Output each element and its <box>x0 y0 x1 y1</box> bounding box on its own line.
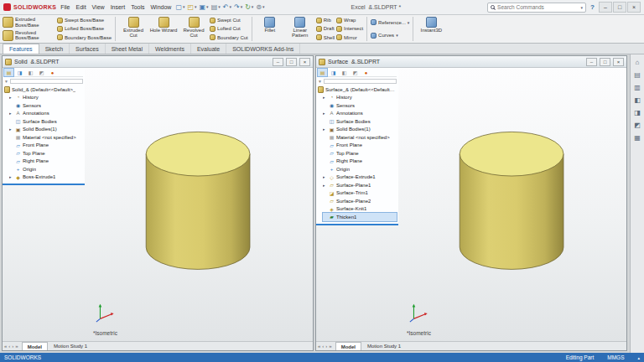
toolbar-button[interactable]: ↻ ▾ <box>245 4 253 11</box>
chevron-up-icon[interactable]: ▴ <box>637 355 640 360</box>
custom-properties-icon[interactable]: ▦ <box>634 135 641 142</box>
reference-geometry-button[interactable]: Reference...▾ <box>371 18 409 27</box>
toolbar-button[interactable]: ⊚ ▾ <box>256 4 264 11</box>
tree-item[interactable]: + Origin <box>323 165 397 173</box>
tab-evaluate[interactable]: Evaluate <box>191 44 226 54</box>
tab-scroll-last-icon[interactable]: » <box>15 344 18 349</box>
search-input[interactable] <box>497 4 578 10</box>
menu-item[interactable]: View <box>92 4 105 10</box>
expand-arrow-icon[interactable]: ▸ <box>9 174 13 179</box>
wrap-button[interactable]: Wrap <box>336 16 363 24</box>
swept-cut-button[interactable]: Swept Cut <box>210 16 248 24</box>
displaymanager-tab-icon[interactable]: ● <box>361 69 371 76</box>
scene-icon[interactable]: ◩ <box>634 122 641 129</box>
instant3d-button[interactable]: Instant3D <box>417 16 445 42</box>
hole-wizard-button[interactable]: Hole Wizard <box>149 16 178 42</box>
file-explorer-icon[interactable]: ▥ <box>634 85 641 91</box>
tree-filter[interactable]: ▼ <box>318 78 397 85</box>
graphics-area[interactable]: *Isometric ▤ ◨ ◧ ◩ ● <box>3 68 313 341</box>
tab-weldments[interactable]: Weldments <box>149 44 191 54</box>
minimize-button[interactable]: – <box>599 2 612 13</box>
curves-button[interactable]: Curves▾ <box>371 31 409 39</box>
tree-item[interactable]: ▸ ◔ History <box>9 94 83 102</box>
draft-button[interactable]: Draft <box>316 24 335 33</box>
tree-item[interactable]: ◫ Surface Bodies <box>323 117 397 126</box>
dimxpertmanager-tab-icon[interactable]: ◩ <box>37 69 46 76</box>
menu-item[interactable]: File <box>60 4 70 10</box>
tree-item[interactable]: ▦ Material <not specified> <box>323 133 397 142</box>
tree-item[interactable]: ▱ Front Plane <box>323 142 397 150</box>
cylinder-model[interactable] <box>440 111 583 292</box>
window-minimize-button[interactable]: – <box>586 58 597 66</box>
boundary-boss-button[interactable]: Boundary Boss/Base <box>57 34 112 42</box>
dimxpertmanager-tab-icon[interactable]: ◩ <box>351 69 360 76</box>
expand-arrow-icon[interactable]: ▸ <box>9 111 13 116</box>
tree-root-item[interactable]: Solid_& (Default<<Default>_ <box>4 85 83 94</box>
menu-item[interactable]: Tools <box>131 4 144 10</box>
tree-item[interactable]: ▸ ▣ Solid Bodies(1) <box>323 126 397 134</box>
tree-item[interactable]: ◉ Sensors <box>9 101 83 110</box>
fillet-button[interactable]: Fillet <box>256 16 284 42</box>
linear-pattern-button[interactable]: Linear Pattern <box>286 16 314 42</box>
tree-item[interactable]: ◈ Surface-Knit1 <box>323 205 397 214</box>
configurationmanager-tab-icon[interactable]: ◧ <box>340 69 349 76</box>
status-units[interactable]: MMGS <box>607 354 624 360</box>
tab-scroll-prev-icon[interactable]: ‹ <box>322 344 324 349</box>
tree-item[interactable]: ▱ Front Plane <box>9 142 83 150</box>
intersect-button[interactable]: Intersect <box>336 24 363 33</box>
featuremanager-tab-icon[interactable]: ▤ <box>318 69 327 76</box>
tree-item[interactable]: ▱ Right Plane <box>9 158 83 166</box>
tree-item[interactable]: ▦ Material <not specified> <box>9 133 83 142</box>
chevron-down-icon[interactable]: ▾ <box>581 5 584 10</box>
tab-features[interactable]: Features <box>3 44 39 54</box>
tab-scroll-next-icon[interactable]: › <box>325 344 327 349</box>
rib-button[interactable]: Rib <box>316 16 335 24</box>
tab-surfaces[interactable]: Surfaces <box>70 44 106 54</box>
toolbar-button[interactable]: ↶ ▾ <box>223 4 231 11</box>
featuremanager-tab-icon[interactable]: ▤ <box>4 69 13 76</box>
lofted-cut-button[interactable]: Lofted Cut <box>210 24 248 33</box>
toolbar-button[interactable]: ↷ ▾ <box>234 4 242 11</box>
configurationmanager-tab-icon[interactable]: ◧ <box>26 69 35 76</box>
expand-arrow-icon[interactable]: ▸ <box>323 174 327 179</box>
command-search[interactable]: ▾ <box>487 3 586 13</box>
tree-item[interactable]: ▸ A Annotations <box>9 110 83 118</box>
tree-item[interactable]: ▸ ◔ History <box>323 94 397 102</box>
tree-item[interactable]: ▱ Top Plane <box>9 149 83 158</box>
tab-scroll-next-icon[interactable]: › <box>12 344 13 349</box>
toolbar-button[interactable]: ▤ ▾ <box>211 4 221 11</box>
menu-item[interactable]: Insert <box>111 4 126 10</box>
window-close-button[interactable]: × <box>299 58 310 66</box>
graphics-area[interactable]: *Isometric ▤ ◨ ◧ ◩ ● <box>316 68 626 341</box>
tab-scroll-first-icon[interactable]: « <box>4 344 7 349</box>
tree-item[interactable]: ▱ Surface-Plane2 <box>323 197 397 205</box>
tree-item[interactable]: + Origin <box>9 165 83 173</box>
swept-boss-button[interactable]: Swept Boss/Base <box>57 16 112 24</box>
tab-scroll-last-icon[interactable]: » <box>329 344 331 349</box>
tab-model[interactable]: Model <box>22 342 48 350</box>
menu-item[interactable]: Window <box>150 4 171 10</box>
expand-arrow-icon[interactable]: ▸ <box>9 127 13 132</box>
tab-scroll-first-icon[interactable]: « <box>318 344 320 349</box>
tree-item[interactable]: ▸ ▱ Surface-Plane1 <box>323 181 397 189</box>
help-icon[interactable]: ? <box>590 3 595 11</box>
window-maximize-button[interactable]: □ <box>286 58 297 66</box>
revolved-cut-button[interactable]: Revolved Cut <box>179 16 208 42</box>
tree-item[interactable]: ▱ Top Plane <box>323 149 397 158</box>
maximize-button[interactable]: □ <box>613 2 626 13</box>
displaymanager-tab-icon[interactable]: ● <box>48 69 57 76</box>
home-icon[interactable]: ⌂ <box>636 59 640 66</box>
toolbar-button[interactable]: ▣ ▾ <box>200 4 209 11</box>
tab-scroll-prev-icon[interactable]: ‹ <box>8 344 10 349</box>
tree-item[interactable]: ▸ A Annotations <box>323 110 397 118</box>
propertymanager-tab-icon[interactable]: ◨ <box>329 69 338 76</box>
tab-solidworks-addins[interactable]: SOLIDWORKS Add-Ins <box>226 44 300 54</box>
expand-arrow-icon[interactable]: ▸ <box>323 111 327 116</box>
filter-input[interactable] <box>10 79 83 84</box>
tree-item[interactable]: ◫ Surface Bodies <box>9 117 83 126</box>
tree-item[interactable]: ▸ ▣ Solid Bodies(1) <box>9 126 83 134</box>
tree-filter[interactable]: ▼ <box>4 78 83 85</box>
revolved-boss-button[interactable]: Revolved Boss/Base <box>2 29 55 42</box>
tab-sketch[interactable]: Sketch <box>39 44 70 54</box>
menu-item[interactable]: Edit <box>76 4 86 10</box>
